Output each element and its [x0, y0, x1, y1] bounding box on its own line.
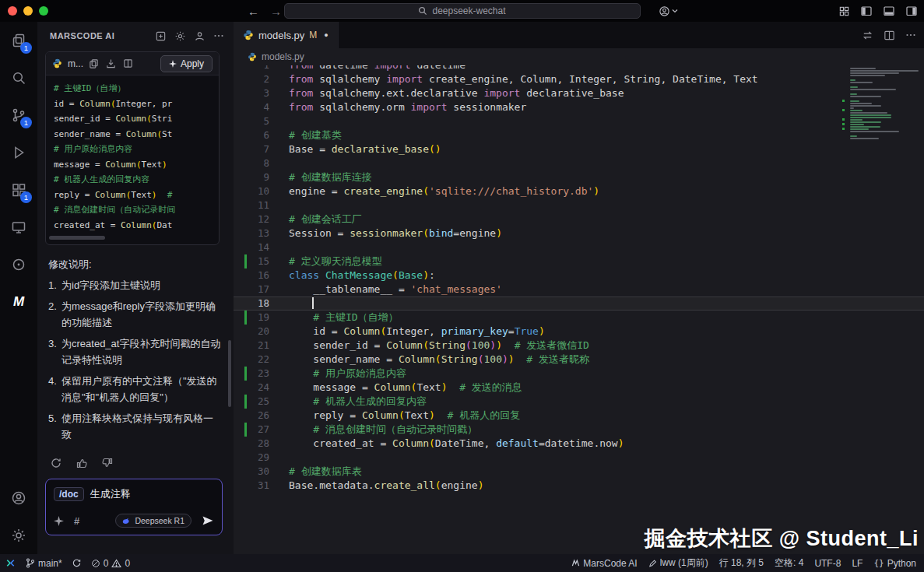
split-editor-icon[interactable]	[884, 30, 895, 41]
line-number[interactable]: 11	[249, 198, 269, 212]
line-number[interactable]: 18	[249, 297, 269, 311]
activity-source-control[interactable]: 1	[0, 97, 37, 134]
line-number[interactable]: 31	[249, 479, 269, 493]
code-line[interactable]: 29	[234, 451, 924, 465]
account-menu[interactable]	[659, 5, 678, 17]
toggle-sidebar-icon[interactable]	[860, 5, 873, 17]
code-line[interactable]: 27 # 消息创建时间（自动记录时间戳）	[234, 423, 924, 437]
line-number[interactable]: 8	[249, 156, 269, 170]
line-number[interactable]: 7	[249, 142, 269, 156]
code-line[interactable]: 10engine = create_engine('sqlite:///chat…	[234, 184, 924, 198]
toggle-panel-icon[interactable]	[883, 5, 895, 17]
line-number[interactable]: 23	[249, 367, 269, 381]
code-line[interactable]: 17 __tablename__ = 'chat_messages'	[234, 282, 924, 297]
line-number[interactable]: 26	[249, 409, 269, 423]
apply-button[interactable]: Apply	[160, 55, 213, 72]
cursor-position[interactable]: 行 18, 列 5	[719, 556, 764, 570]
activity-search[interactable]	[0, 59, 37, 97]
line-number[interactable]: 1	[249, 65, 269, 72]
command-center-search[interactable]: deepseek-wechat	[284, 3, 641, 19]
activity-tools[interactable]	[0, 246, 37, 283]
line-number[interactable]: 24	[249, 381, 269, 395]
send-icon[interactable]	[202, 514, 214, 527]
marscode-status-item[interactable]: MarsCode AI	[571, 558, 637, 569]
toggle-secondary-sidebar-icon[interactable]	[905, 5, 918, 17]
line-number[interactable]: 16	[249, 268, 269, 282]
code-line[interactable]: 1from datetime import datetime	[234, 65, 924, 72]
encoding[interactable]: UTF-8	[814, 558, 841, 569]
tab-models-py[interactable]: models.py M ●	[234, 22, 339, 48]
copy-icon[interactable]	[89, 58, 99, 68]
indentation[interactable]: 空格: 4	[775, 556, 803, 570]
code-line[interactable]: 26 reply = Column(Text) # 机器人的回复	[234, 409, 924, 423]
breadcrumb-item[interactable]: models.py	[262, 51, 304, 62]
code-line[interactable]: 24 message = Column(Text) # 发送的消息	[234, 381, 924, 395]
code-area[interactable]: 1from datetime import datetime2from sqla…	[234, 65, 924, 554]
line-number[interactable]: 4	[249, 100, 269, 114]
chat-input-text[interactable]: 生成注释	[90, 487, 131, 501]
line-number[interactable]: 6	[249, 128, 269, 142]
code-line[interactable]: 12# 创建会话工厂	[234, 212, 924, 226]
close-window-button[interactable]	[8, 6, 17, 16]
code-line[interactable]: 2from sqlalchemy import create_engine, C…	[234, 72, 924, 86]
line-number[interactable]: 27	[249, 423, 269, 437]
code-line[interactable]: 21 sender_id = Column(String(100)) # 发送者…	[234, 339, 924, 353]
code-line[interactable]: 9# 创建数据库连接	[234, 170, 924, 184]
code-line[interactable]: 11	[234, 198, 924, 212]
chat-input-box[interactable]: /doc 生成注释 # Deepseek R1	[45, 479, 223, 535]
line-number[interactable]: 12	[249, 212, 269, 226]
line-number[interactable]: 2	[249, 72, 269, 86]
breadcrumb[interactable]: models.py	[234, 48, 924, 65]
regenerate-icon[interactable]	[50, 457, 62, 469]
git-blame-item[interactable]: lww (1周前)	[648, 556, 708, 570]
line-number[interactable]: 10	[249, 184, 269, 198]
line-number[interactable]: 5	[249, 114, 269, 128]
remote-indicator[interactable]	[5, 557, 16, 569]
code-line[interactable]: 15# 定义聊天消息模型	[234, 254, 924, 268]
sync-button[interactable]	[72, 558, 82, 568]
activity-marscode[interactable]: M	[0, 283, 37, 321]
profile-icon[interactable]	[194, 30, 206, 42]
problems-item[interactable]: 0 0	[91, 558, 130, 569]
activity-remote-explorer[interactable]	[0, 209, 37, 246]
more-icon[interactable]	[213, 30, 224, 41]
forward-icon[interactable]: →	[270, 5, 282, 18]
line-number[interactable]: 28	[249, 437, 269, 451]
activity-explorer[interactable]: 1	[0, 22, 37, 59]
code-line[interactable]: 20 id = Column(Integer, primary_key=True…	[234, 325, 924, 339]
code-line[interactable]: 13Session = sessionmaker(bind=engine)	[234, 226, 924, 240]
line-number[interactable]: 25	[249, 395, 269, 409]
code-line[interactable]: 18	[234, 297, 924, 311]
code-line[interactable]: 5	[234, 114, 924, 128]
activity-extensions[interactable]: 1	[0, 171, 37, 209]
line-number[interactable]: 9	[249, 170, 269, 184]
line-number[interactable]: 19	[249, 311, 269, 325]
slash-command-chip[interactable]: /doc	[54, 487, 84, 501]
minimize-window-button[interactable]	[23, 6, 33, 16]
minimap[interactable]	[842, 67, 922, 139]
code-line[interactable]: 22 sender_name = Column(String(100)) # 发…	[234, 353, 924, 367]
code-line[interactable]: 8	[234, 156, 924, 170]
customize-layout-icon[interactable]	[838, 5, 850, 17]
thumbs-up-icon[interactable]	[76, 457, 88, 469]
code-line[interactable]: 25 # 机器人生成的回复内容	[234, 395, 924, 409]
line-number[interactable]: 21	[249, 339, 269, 353]
maximize-window-button[interactable]	[39, 6, 48, 16]
diff-icon[interactable]	[123, 58, 133, 68]
sidebar-scrollbar[interactable]	[228, 340, 231, 407]
activity-settings[interactable]	[0, 517, 37, 554]
code-line[interactable]: 23 # 用户原始消息内容	[234, 367, 924, 381]
line-number[interactable]: 15	[249, 254, 269, 268]
code-line[interactable]: 30# 创建数据库表	[234, 465, 924, 479]
language-mode[interactable]: {} Python	[873, 558, 916, 569]
code-line[interactable]: 14	[234, 240, 924, 254]
swap-editors-icon[interactable]	[862, 30, 873, 41]
line-number[interactable]: 22	[249, 353, 269, 367]
code-line[interactable]: 19 # 主键ID（自增）	[234, 311, 924, 325]
activity-run-debug[interactable]	[0, 134, 37, 171]
eol-sequence[interactable]: LF	[852, 558, 863, 569]
line-number[interactable]: 17	[249, 282, 269, 297]
dirty-indicator[interactable]: ●	[324, 31, 328, 39]
context-hash-icon[interactable]: #	[74, 515, 79, 527]
new-chat-icon[interactable]	[155, 30, 167, 42]
